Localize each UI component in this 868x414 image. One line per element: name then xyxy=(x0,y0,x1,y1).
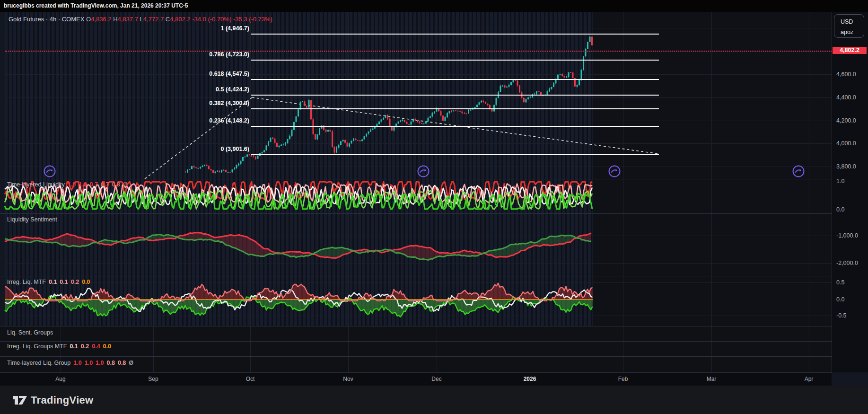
candle-body xyxy=(412,119,414,122)
indicator-value: 1.0 xyxy=(79,181,87,188)
candle-body xyxy=(215,172,216,173)
candle-body xyxy=(370,130,371,132)
time-axis-label: Dec xyxy=(431,376,441,382)
candle-body xyxy=(249,154,250,155)
candle-body xyxy=(272,138,273,139)
time-axis-label: Feb xyxy=(618,376,628,382)
candle-body xyxy=(583,56,584,70)
indicator-title[interactable]: Irreg. Liq. Groups MTF xyxy=(7,343,67,350)
candle-body xyxy=(509,85,510,87)
candle-body xyxy=(255,157,256,159)
candle-body xyxy=(387,115,388,118)
candle-body xyxy=(519,86,520,93)
indicator-value: 0.8 xyxy=(112,181,120,188)
indicator-legend-liq-sent-groups[interactable]: Liq. Sent. Groups xyxy=(7,329,53,336)
candle-body xyxy=(425,122,427,124)
candle-body xyxy=(212,170,214,173)
candle-body xyxy=(308,100,310,107)
candle-body xyxy=(338,145,340,148)
bar-replay-icon[interactable] xyxy=(608,165,621,178)
candle-body xyxy=(566,77,567,78)
symbol-legend[interactable]: Gold Futures · 4h · COMEX O4,836.2 H4,83… xyxy=(9,16,272,23)
indicator-title[interactable]: Liq. Sent. Groups xyxy=(7,329,53,336)
fib-level-line[interactable] xyxy=(251,108,659,109)
price-axis-tick: 4,600.0 xyxy=(836,71,856,78)
candle-body xyxy=(306,106,307,108)
indicator-value: 0.1 xyxy=(60,279,68,285)
candle-body xyxy=(232,169,233,172)
indicator-title[interactable]: Time-layered Liq. Group xyxy=(7,360,70,366)
currency-label: USD xyxy=(841,19,864,25)
price-axis-tick: -1,000.0 xyxy=(836,232,858,239)
current-price-value: 4,802.2 xyxy=(840,47,859,53)
candle-body xyxy=(298,109,299,116)
current-price-badge: 4,802.2 xyxy=(833,47,867,54)
candle-body xyxy=(381,120,382,122)
tradingview-logo-icon xyxy=(13,394,27,406)
indicator-legend-time-layered-liq-group[interactable]: Time-layered Liq. Group1.01.01.00.80.8Ø xyxy=(7,360,133,366)
candle-body xyxy=(415,119,416,120)
indicator-legend-time-layered-liquidity[interactable]: Time-layered Liquidity1.01.00.70.70.8Ø xyxy=(7,181,128,188)
price-axis-tick: 0.0 xyxy=(836,296,844,303)
indicator-value: 0.8 xyxy=(107,360,115,366)
candle-body xyxy=(483,101,484,102)
candle-body xyxy=(406,122,408,124)
bar-replay-icon[interactable] xyxy=(792,165,805,178)
candle-body xyxy=(359,141,361,141)
bar-replay-icon[interactable] xyxy=(417,165,430,178)
candle-body xyxy=(302,101,303,102)
time-axis[interactable]: AugSepOctNovDec2026FebMarApr xyxy=(0,372,832,386)
candle-body xyxy=(442,115,444,121)
candle-body xyxy=(402,120,403,121)
candle-body xyxy=(274,139,276,143)
symbol-title[interactable]: Gold Futures · 4h · COMEX xyxy=(9,16,86,23)
fib-level-line[interactable] xyxy=(251,95,659,96)
indicator-title[interactable]: Irreg. Liq. MTF xyxy=(7,279,46,285)
indicator-value: 0.8 xyxy=(118,360,126,366)
candle-body xyxy=(455,110,456,111)
fib-level-line[interactable] xyxy=(251,154,659,155)
time-axis-label: Oct xyxy=(246,376,255,382)
indicator-legend-liquidity-sentiment[interactable]: Liquidity Sentiment xyxy=(7,216,57,223)
indicator-value: 0.4 xyxy=(92,343,100,350)
attribution-bar: brucegibbs created with TradingView.com,… xyxy=(0,0,868,12)
fib-level-line[interactable] xyxy=(251,60,659,61)
candle-body xyxy=(581,70,582,80)
candle-body xyxy=(279,146,280,147)
price-axis-tick: 3,800.0 xyxy=(836,163,856,170)
candle-body xyxy=(336,148,337,152)
candle-body xyxy=(225,170,227,172)
indicator-value: 1.0 xyxy=(73,360,81,366)
candle-body xyxy=(223,170,225,170)
candle-body xyxy=(394,127,395,131)
candle-body xyxy=(400,121,401,122)
candle-body xyxy=(257,156,259,159)
candle-body xyxy=(570,72,571,73)
candle-body xyxy=(291,130,293,136)
candle-body xyxy=(342,140,344,141)
candle-body xyxy=(285,143,286,144)
candle-body xyxy=(510,82,512,85)
tradingview-chart-window: brucegibbs created with TradingView.com,… xyxy=(0,0,868,414)
price-axis-tick: -2,000.0 xyxy=(836,260,858,266)
indicator-title[interactable]: Time-layered Liquidity xyxy=(7,181,65,188)
bottom-strip xyxy=(0,386,868,414)
change-value: -34.0 (-0.70%) xyxy=(192,16,233,23)
fib-level-line[interactable] xyxy=(251,79,659,80)
tradingview-logo[interactable]: TradingView xyxy=(13,394,94,406)
fib-level-line[interactable] xyxy=(251,126,659,127)
candle-body xyxy=(383,118,384,119)
current-price-line xyxy=(5,51,832,52)
bar-replay-icon[interactable] xyxy=(43,165,56,178)
fib-level-label: 0.236 (4,148.2) xyxy=(169,117,249,124)
ohlc-value: 4,836.2 xyxy=(91,16,113,23)
candle-body xyxy=(479,102,480,105)
indicator-title[interactable]: Liquidity Sentiment xyxy=(7,216,57,223)
indicator-legend-irreg-liq-groups-mtf[interactable]: Irreg. Liq. Groups MTF0.10.20.40.0 xyxy=(7,343,111,350)
collapsed-panel-bg xyxy=(0,342,832,356)
candle-body xyxy=(459,111,461,111)
indicator-legend-irreg-liq-mtf[interactable]: Irreg. Liq. MTF0.10.10.20.0 xyxy=(7,279,90,285)
fib-level-line[interactable] xyxy=(251,34,659,35)
candle-body xyxy=(572,72,574,78)
candle-body xyxy=(276,143,278,147)
